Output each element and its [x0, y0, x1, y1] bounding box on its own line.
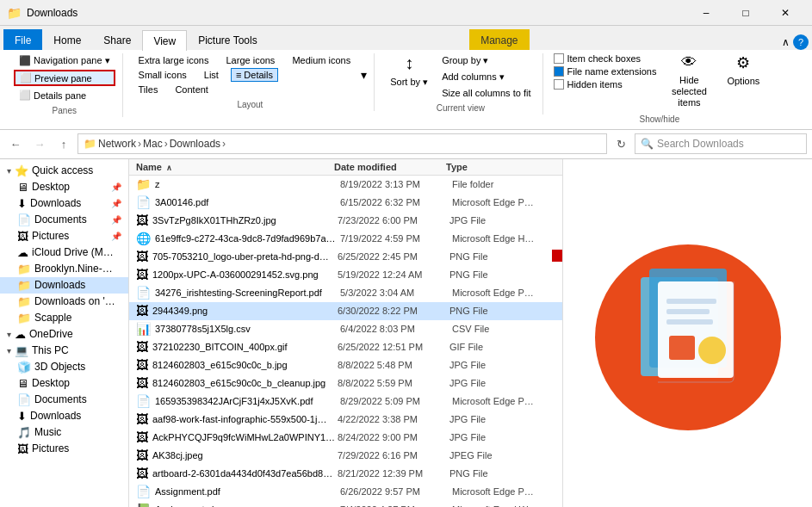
path-icon: 📁: [84, 138, 96, 150]
extra-large-icons-button[interactable]: Extra large icons: [133, 53, 214, 67]
close-button[interactable]: ✕: [766, 0, 805, 26]
sidebar-item-icloud[interactable]: ☁ iCloud Drive (Ma…: [0, 244, 128, 261]
back-button[interactable]: ←: [5, 133, 26, 154]
tab-manage[interactable]: Manage: [469, 29, 529, 50]
table-row[interactable]: 📄 3A00146.pdf 6/15/2022 6:32 PM Microsof…: [129, 194, 562, 212]
scapple-label: Scapple: [34, 312, 71, 324]
details-pane-label: Details pane: [34, 90, 86, 101]
sidebar-item-music[interactable]: 🎵 Music: [0, 424, 128, 441]
sidebar-item-documents[interactable]: 📄 Documents 📌: [0, 212, 128, 228]
medium-icons-button[interactable]: Medium icons: [287, 53, 356, 67]
small-icons-button[interactable]: Small icons: [133, 68, 192, 82]
hidden-items-indicator: [554, 79, 564, 90]
file-type: Microsoft Edge H…: [452, 233, 555, 244]
file-name-extensions-checkbox[interactable]: File name extensions: [554, 66, 656, 77]
sidebar-item-3d-objects[interactable]: 🧊 3D Objects: [0, 359, 128, 375]
table-row[interactable]: 🖼 3SvTzPg8IkX01THhZRz0.jpg 7/23/2022 6:0…: [129, 212, 562, 230]
layout-label: Layout: [237, 100, 263, 109]
svg-rect-3: [658, 281, 734, 378]
file-icon-edge: 🌐: [136, 232, 151, 245]
table-row[interactable]: 📄 Assignment.pdf 6/26/2022 9:57 PM Micro…: [129, 483, 562, 501]
group-by-button[interactable]: Group by ▾: [437, 53, 536, 68]
sidebar-item-downloads[interactable]: ⬇ Downloads 📌: [0, 195, 128, 212]
table-row[interactable]: 🖼 artboard-2-6301da4434d0f43d7ea56bd8… 8…: [129, 465, 562, 483]
file-icon-xlsx: 📗: [136, 503, 151, 507]
sidebar-item-downloads-selected[interactable]: 📁 Downloads: [0, 277, 128, 294]
help-icon[interactable]: ?: [793, 34, 809, 50]
table-row[interactable]: 🖼 aaf98-work-fast-infographic-559x500-1j…: [129, 411, 562, 429]
navigation-pane-button[interactable]: ⬛ Navigation pane ▾: [14, 53, 115, 68]
sidebar-item-brooklyn[interactable]: 📁 Brooklyn.Nine-Nine…: [0, 261, 128, 277]
item-check-boxes-checkbox[interactable]: Item check boxes: [554, 53, 656, 64]
file-icon-folder: 📁: [136, 177, 151, 191]
col-type[interactable]: Type: [446, 162, 549, 172]
table-row[interactable]: 🖼 8124602803_e615c90c0c_b.jpg 8/8/2022 5…: [129, 356, 562, 374]
sidebar-item-downloads-pc[interactable]: ⬇ Downloads: [0, 408, 128, 424]
sidebar-item-desktop[interactable]: 🖥 Desktop 📌: [0, 179, 128, 195]
table-row[interactable]: 🌐 61e9ffc9-c272-43ca-9dc8-7d9fad969b7a… …: [129, 230, 562, 248]
table-row[interactable]: 📗 Assignment.xlsx 7/4/2022 4:37 PM Micro…: [129, 501, 562, 507]
tab-home[interactable]: Home: [42, 29, 92, 50]
file-date: 8/8/2022 5:48 PM: [338, 360, 449, 370]
table-row[interactable]: 🖼 1200px-UPC-A-036000291452.svg.png 5/19…: [129, 266, 562, 284]
search-box[interactable]: 🔍 Search Downloads: [635, 133, 807, 154]
table-row[interactable]: 🖼 2944349.png 6/30/2022 8:22 PM PNG File…: [129, 302, 562, 320]
col-name[interactable]: Name ∧: [136, 162, 334, 172]
sidebar-item-scapple[interactable]: 📁 Scapple: [0, 310, 128, 326]
details-button[interactable]: ≡ Details: [231, 68, 278, 82]
table-row[interactable]: 📄 165935398342JArCjF31j4xJ5XvK.pdf 8/29/…: [129, 393, 562, 411]
preview-pane-button[interactable]: ⬜ Preview pane: [14, 70, 115, 86]
sidebar-item-onedrive[interactable]: ▾ ☁ OneDrive: [0, 326, 128, 343]
sidebar-item-documents-pc[interactable]: 📄 Documents: [0, 392, 128, 408]
content-button[interactable]: Content: [170, 83, 214, 96]
tab-picture-tools[interactable]: Picture Tools: [187, 29, 268, 50]
ribbon-collapse-icon[interactable]: ∧: [782, 36, 790, 48]
pin-icon-4: 📌: [111, 232, 121, 241]
list-button[interactable]: List: [199, 68, 224, 82]
layout-dropdown-icon[interactable]: ▾: [361, 68, 367, 82]
hidden-items-checkbox[interactable]: Hidden items: [554, 79, 656, 90]
file-icon-csv: 📊: [136, 322, 151, 336]
col-date[interactable]: Date modified: [334, 162, 446, 172]
table-row[interactable]: 📁 z 8/19/2022 3:13 PM File folder: [129, 176, 562, 194]
table-row[interactable]: 🖼 372102230_BITCOIN_400px.gif 6/25/2022 …: [129, 338, 562, 356]
table-row[interactable]: 🖼 AK38cj.jpeg 7/29/2022 6:16 PM JPEG Fil…: [129, 447, 562, 465]
table-row[interactable]: 🖼 AckPHYCQJF9q9fcWiMHwL2a0WPINY1_l… 8/24…: [129, 429, 562, 447]
downloads-quick-icon: ⬇: [17, 197, 27, 210]
show-hide-content: Item check boxes File name extensions Hi…: [554, 53, 765, 111]
options-button[interactable]: Options: [722, 74, 765, 88]
table-row[interactable]: 🖼 8124602803_e615c90c0c_b_cleanup.jpg 8/…: [129, 374, 562, 393]
large-icons-button[interactable]: Large icons: [221, 53, 281, 67]
table-row[interactable]: 📊 37380778s5j1X5lg.csv 6/4/2022 8:03 PM …: [129, 320, 562, 338]
sidebar-item-desktop-pc[interactable]: 🖥 Desktop: [0, 375, 128, 392]
tiles-button[interactable]: Tiles: [133, 83, 164, 96]
tab-file[interactable]: File: [3, 29, 42, 50]
tab-share[interactable]: Share: [92, 29, 142, 50]
address-path[interactable]: 📁 Network › Mac › Downloads ›: [77, 133, 607, 154]
col-size[interactable]: Size: [549, 162, 562, 172]
sidebar-item-this-pc[interactable]: ▾ 💻 This PC: [0, 343, 128, 359]
hide-selected-button[interactable]: Hide selected items: [663, 73, 715, 111]
refresh-button[interactable]: ↻: [611, 133, 631, 154]
pictures-pc-label: Pictures: [32, 442, 69, 454]
details-pane-button[interactable]: ⬜ Details pane: [14, 88, 115, 102]
sort-by-button[interactable]: Sort by ▾: [385, 75, 433, 90]
sidebar-item-quick-access[interactable]: ▾ ⭐ Quick access: [0, 163, 128, 179]
minimize-button[interactable]: –: [686, 0, 726, 26]
tab-view[interactable]: View: [142, 30, 187, 51]
file-name-extensions-indicator: [554, 66, 564, 77]
table-row[interactable]: 📄 34276_irishtesting-ScreeningReport.pdf…: [129, 284, 562, 302]
add-columns-button[interactable]: Add columns ▾: [437, 70, 536, 84]
sidebar-item-pictures-pc[interactable]: 🖼 Pictures: [0, 441, 128, 457]
up-button[interactable]: ↑: [53, 133, 74, 154]
sidebar-item-downloads-on-mac[interactable]: 📁 Downloads on 'Mac…: [0, 294, 128, 310]
maximize-button[interactable]: □: [726, 0, 766, 26]
file-name: 3A00146.pdf: [155, 197, 340, 207]
file-type: PNG File: [449, 468, 553, 479]
table-row[interactable]: 🖼 705-7053210_logo-uber-preta-hd-png-d… …: [129, 248, 562, 266]
forward-button[interactable]: →: [29, 133, 50, 154]
size-columns-button[interactable]: Size all columns to fit: [437, 86, 536, 100]
file-icon-svg-png: 🖼: [136, 268, 148, 281]
sidebar-item-pictures[interactable]: 🖼 Pictures 📌: [0, 228, 128, 244]
downloads-folder-icon: 📁: [17, 279, 31, 292]
